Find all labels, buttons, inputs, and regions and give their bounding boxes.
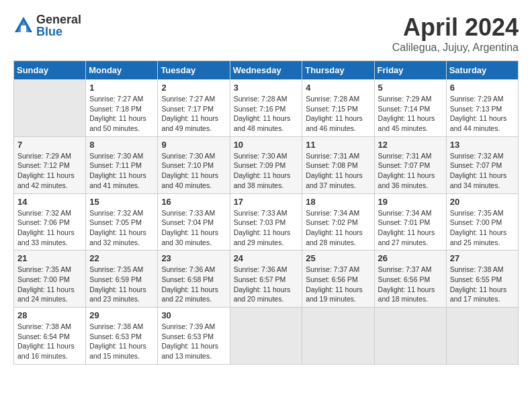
day-number: 11 [306,140,370,150]
day-info: Sunrise: 7:31 AM Sunset: 7:07 PM Dayligh… [378,151,443,191]
day-info: Sunrise: 7:30 AM Sunset: 7:11 PM Dayligh… [89,151,154,191]
day-number: 23 [161,253,226,263]
calendar-week-row: 1Sunrise: 7:27 AM Sunset: 7:18 PM Daylig… [14,80,519,137]
logo-text: General Blue [36,13,81,38]
title-block: April 2024 Calilegua, Jujuy, Argentina [392,13,519,54]
header-thursday: Thursday [302,61,374,80]
table-row [230,308,302,365]
day-number: 27 [450,253,515,263]
table-row: 23Sunrise: 7:36 AM Sunset: 6:58 PM Dayli… [158,250,230,308]
table-row: 11Sunrise: 7:31 AM Sunset: 7:08 PM Dayli… [302,136,374,193]
logo-icon [13,15,34,36]
logo-general: General [36,13,81,26]
table-row: 12Sunrise: 7:31 AM Sunset: 7:07 PM Dayli… [374,136,446,193]
table-row: 10Sunrise: 7:30 AM Sunset: 7:09 PM Dayli… [230,136,302,193]
day-info: Sunrise: 7:35 AM Sunset: 7:00 PM Dayligh… [450,208,515,248]
day-number: 28 [17,310,82,320]
table-row [14,80,86,137]
table-row: 15Sunrise: 7:32 AM Sunset: 7:05 PM Dayli… [86,193,158,250]
day-info: Sunrise: 7:38 AM Sunset: 6:54 PM Dayligh… [17,322,82,361]
day-number: 12 [378,140,443,150]
day-number: 3 [234,83,299,93]
calendar-week-row: 28Sunrise: 7:38 AM Sunset: 6:54 PM Dayli… [14,308,519,365]
table-row: 22Sunrise: 7:35 AM Sunset: 6:59 PM Dayli… [86,250,158,308]
table-row [446,308,518,365]
day-number: 25 [306,253,370,263]
calendar-week-row: 21Sunrise: 7:35 AM Sunset: 7:00 PM Dayli… [14,250,519,308]
table-row: 7Sunrise: 7:29 AM Sunset: 7:12 PM Daylig… [14,136,86,193]
day-number: 26 [378,253,443,263]
header-saturday: Saturday [446,61,518,80]
day-info: Sunrise: 7:29 AM Sunset: 7:14 PM Dayligh… [378,94,443,134]
day-number: 29 [89,310,154,320]
day-number: 20 [450,197,515,207]
day-info: Sunrise: 7:32 AM Sunset: 7:05 PM Dayligh… [89,208,154,248]
day-number: 16 [161,197,226,207]
day-info: Sunrise: 7:27 AM Sunset: 7:18 PM Dayligh… [89,94,154,134]
day-info: Sunrise: 7:31 AM Sunset: 7:08 PM Dayligh… [306,151,370,191]
day-info: Sunrise: 7:30 AM Sunset: 7:09 PM Dayligh… [234,151,299,191]
logo: General Blue [13,13,81,38]
header-wednesday: Wednesday [230,61,302,80]
day-info: Sunrise: 7:30 AM Sunset: 7:10 PM Dayligh… [161,151,226,191]
header-monday: Monday [86,61,158,80]
month-title: April 2024 [392,13,519,42]
table-row: 18Sunrise: 7:34 AM Sunset: 7:02 PM Dayli… [302,193,374,250]
day-info: Sunrise: 7:32 AM Sunset: 7:06 PM Dayligh… [17,208,82,248]
day-info: Sunrise: 7:33 AM Sunset: 7:04 PM Dayligh… [161,208,226,248]
day-number: 10 [234,140,299,150]
day-number: 1 [89,83,154,93]
calendar-table: Sunday Monday Tuesday Wednesday Thursday… [13,60,519,365]
table-row [302,308,374,365]
day-info: Sunrise: 7:33 AM Sunset: 7:03 PM Dayligh… [234,208,299,248]
logo-blue: Blue [36,26,81,38]
day-info: Sunrise: 7:38 AM Sunset: 6:55 PM Dayligh… [450,265,515,304]
day-info: Sunrise: 7:28 AM Sunset: 7:15 PM Dayligh… [306,94,370,134]
day-info: Sunrise: 7:35 AM Sunset: 6:59 PM Dayligh… [89,265,154,304]
table-row: 19Sunrise: 7:34 AM Sunset: 7:01 PM Dayli… [374,193,446,250]
table-row: 9Sunrise: 7:30 AM Sunset: 7:10 PM Daylig… [158,136,230,193]
day-info: Sunrise: 7:37 AM Sunset: 6:56 PM Dayligh… [306,265,370,304]
day-number: 19 [378,197,443,207]
day-number: 5 [378,83,443,93]
day-info: Sunrise: 7:38 AM Sunset: 6:53 PM Dayligh… [89,322,154,361]
table-row: 4Sunrise: 7:28 AM Sunset: 7:15 PM Daylig… [302,80,374,137]
day-info: Sunrise: 7:36 AM Sunset: 6:57 PM Dayligh… [234,265,299,304]
table-row: 14Sunrise: 7:32 AM Sunset: 7:06 PM Dayli… [14,193,86,250]
table-row: 30Sunrise: 7:39 AM Sunset: 6:53 PM Dayli… [158,308,230,365]
table-row: 29Sunrise: 7:38 AM Sunset: 6:53 PM Dayli… [86,308,158,365]
day-info: Sunrise: 7:29 AM Sunset: 7:13 PM Dayligh… [450,94,515,134]
day-info: Sunrise: 7:34 AM Sunset: 7:02 PM Dayligh… [306,208,370,248]
day-info: Sunrise: 7:32 AM Sunset: 7:07 PM Dayligh… [450,151,515,191]
table-row: 1Sunrise: 7:27 AM Sunset: 7:18 PM Daylig… [86,80,158,137]
table-row: 24Sunrise: 7:36 AM Sunset: 6:57 PM Dayli… [230,250,302,308]
table-row: 5Sunrise: 7:29 AM Sunset: 7:14 PM Daylig… [374,80,446,137]
location-subtitle: Calilegua, Jujuy, Argentina [392,42,519,54]
table-row: 26Sunrise: 7:37 AM Sunset: 6:56 PM Dayli… [374,250,446,308]
table-row: 17Sunrise: 7:33 AM Sunset: 7:03 PM Dayli… [230,193,302,250]
table-row: 28Sunrise: 7:38 AM Sunset: 6:54 PM Dayli… [14,308,86,365]
day-number: 15 [89,197,154,207]
table-row: 8Sunrise: 7:30 AM Sunset: 7:11 PM Daylig… [86,136,158,193]
day-number: 24 [234,253,299,263]
day-number: 4 [306,83,370,93]
day-number: 7 [17,140,82,150]
table-row: 27Sunrise: 7:38 AM Sunset: 6:55 PM Dayli… [446,250,518,308]
calendar-week-row: 14Sunrise: 7:32 AM Sunset: 7:06 PM Dayli… [14,193,519,250]
header-tuesday: Tuesday [158,61,230,80]
calendar-header-row: Sunday Monday Tuesday Wednesday Thursday… [14,61,519,80]
table-row: 3Sunrise: 7:28 AM Sunset: 7:16 PM Daylig… [230,80,302,137]
day-info: Sunrise: 7:34 AM Sunset: 7:01 PM Dayligh… [378,208,443,248]
day-info: Sunrise: 7:35 AM Sunset: 7:00 PM Dayligh… [17,265,82,304]
day-number: 17 [234,197,299,207]
table-row: 25Sunrise: 7:37 AM Sunset: 6:56 PM Dayli… [302,250,374,308]
day-number: 14 [17,197,82,207]
day-number: 21 [17,253,82,263]
header-friday: Friday [374,61,446,80]
table-row: 2Sunrise: 7:27 AM Sunset: 7:17 PM Daylig… [158,80,230,137]
table-row: 6Sunrise: 7:29 AM Sunset: 7:13 PM Daylig… [446,80,518,137]
day-info: Sunrise: 7:39 AM Sunset: 6:53 PM Dayligh… [161,322,226,361]
day-number: 18 [306,197,370,207]
calendar-week-row: 7Sunrise: 7:29 AM Sunset: 7:12 PM Daylig… [14,136,519,193]
table-row: 13Sunrise: 7:32 AM Sunset: 7:07 PM Dayli… [446,136,518,193]
